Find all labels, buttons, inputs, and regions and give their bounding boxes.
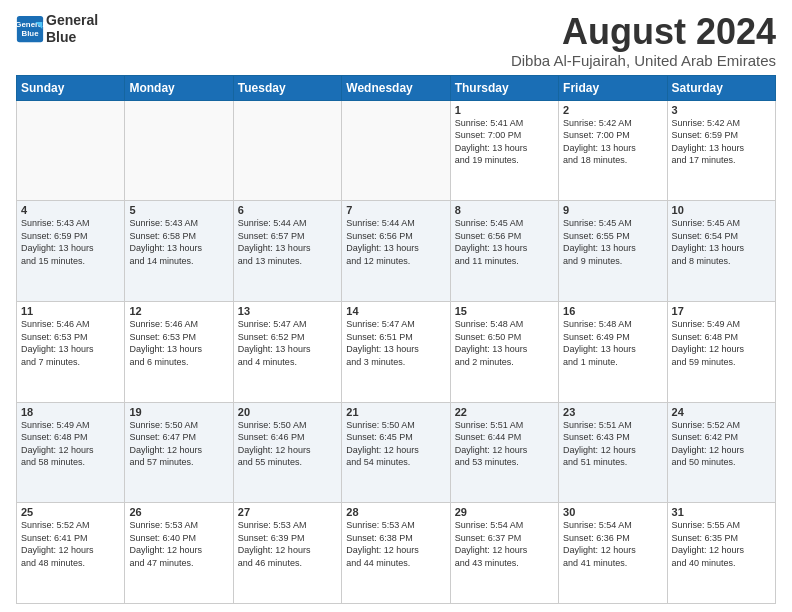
- day-number: 26: [129, 506, 228, 518]
- day-info: Sunrise: 5:42 AM Sunset: 6:59 PM Dayligh…: [672, 117, 771, 167]
- day-info: Sunrise: 5:49 AM Sunset: 6:48 PM Dayligh…: [21, 419, 120, 469]
- table-row: 18Sunrise: 5:49 AM Sunset: 6:48 PM Dayli…: [17, 402, 125, 503]
- table-row: 11Sunrise: 5:46 AM Sunset: 6:53 PM Dayli…: [17, 301, 125, 402]
- table-row: 25Sunrise: 5:52 AM Sunset: 6:41 PM Dayli…: [17, 503, 125, 604]
- logo-text: General Blue: [46, 12, 98, 46]
- day-number: 16: [563, 305, 662, 317]
- table-row: 23Sunrise: 5:51 AM Sunset: 6:43 PM Dayli…: [559, 402, 667, 503]
- table-row: [17, 100, 125, 201]
- calendar-table: Sunday Monday Tuesday Wednesday Thursday…: [16, 75, 776, 604]
- table-row: 2Sunrise: 5:42 AM Sunset: 7:00 PM Daylig…: [559, 100, 667, 201]
- calendar-week-row: 25Sunrise: 5:52 AM Sunset: 6:41 PM Dayli…: [17, 503, 776, 604]
- location-title: Dibba Al-Fujairah, United Arab Emirates: [511, 52, 776, 69]
- day-number: 1: [455, 104, 554, 116]
- day-number: 4: [21, 204, 120, 216]
- day-info: Sunrise: 5:45 AM Sunset: 6:56 PM Dayligh…: [455, 217, 554, 267]
- day-number: 23: [563, 406, 662, 418]
- day-info: Sunrise: 5:43 AM Sunset: 6:59 PM Dayligh…: [21, 217, 120, 267]
- day-number: 17: [672, 305, 771, 317]
- day-number: 24: [672, 406, 771, 418]
- logo-icon: General Blue: [16, 15, 44, 43]
- day-info: Sunrise: 5:48 AM Sunset: 6:50 PM Dayligh…: [455, 318, 554, 368]
- day-number: 20: [238, 406, 337, 418]
- table-row: 31Sunrise: 5:55 AM Sunset: 6:35 PM Dayli…: [667, 503, 775, 604]
- day-number: 9: [563, 204, 662, 216]
- day-number: 14: [346, 305, 445, 317]
- day-number: 6: [238, 204, 337, 216]
- table-row: 13Sunrise: 5:47 AM Sunset: 6:52 PM Dayli…: [233, 301, 341, 402]
- table-row: 24Sunrise: 5:52 AM Sunset: 6:42 PM Dayli…: [667, 402, 775, 503]
- page: General Blue General Blue August 2024 Di…: [0, 0, 792, 612]
- col-sunday: Sunday: [17, 75, 125, 100]
- day-info: Sunrise: 5:51 AM Sunset: 6:44 PM Dayligh…: [455, 419, 554, 469]
- day-info: Sunrise: 5:50 AM Sunset: 6:46 PM Dayligh…: [238, 419, 337, 469]
- table-row: 1Sunrise: 5:41 AM Sunset: 7:00 PM Daylig…: [450, 100, 558, 201]
- table-row: 3Sunrise: 5:42 AM Sunset: 6:59 PM Daylig…: [667, 100, 775, 201]
- calendar-week-row: 11Sunrise: 5:46 AM Sunset: 6:53 PM Dayli…: [17, 301, 776, 402]
- day-number: 12: [129, 305, 228, 317]
- table-row: 22Sunrise: 5:51 AM Sunset: 6:44 PM Dayli…: [450, 402, 558, 503]
- day-number: 31: [672, 506, 771, 518]
- day-number: 28: [346, 506, 445, 518]
- table-row: 12Sunrise: 5:46 AM Sunset: 6:53 PM Dayli…: [125, 301, 233, 402]
- col-thursday: Thursday: [450, 75, 558, 100]
- day-number: 27: [238, 506, 337, 518]
- calendar-week-row: 18Sunrise: 5:49 AM Sunset: 6:48 PM Dayli…: [17, 402, 776, 503]
- day-info: Sunrise: 5:52 AM Sunset: 6:41 PM Dayligh…: [21, 519, 120, 569]
- day-info: Sunrise: 5:43 AM Sunset: 6:58 PM Dayligh…: [129, 217, 228, 267]
- table-row: 15Sunrise: 5:48 AM Sunset: 6:50 PM Dayli…: [450, 301, 558, 402]
- day-info: Sunrise: 5:49 AM Sunset: 6:48 PM Dayligh…: [672, 318, 771, 368]
- table-row: 20Sunrise: 5:50 AM Sunset: 6:46 PM Dayli…: [233, 402, 341, 503]
- day-info: Sunrise: 5:46 AM Sunset: 6:53 PM Dayligh…: [21, 318, 120, 368]
- calendar-week-row: 4Sunrise: 5:43 AM Sunset: 6:59 PM Daylig…: [17, 201, 776, 302]
- day-number: 13: [238, 305, 337, 317]
- calendar-week-row: 1Sunrise: 5:41 AM Sunset: 7:00 PM Daylig…: [17, 100, 776, 201]
- header: General Blue General Blue August 2024 Di…: [16, 12, 776, 69]
- day-info: Sunrise: 5:45 AM Sunset: 6:55 PM Dayligh…: [563, 217, 662, 267]
- title-section: August 2024 Dibba Al-Fujairah, United Ar…: [511, 12, 776, 69]
- table-row: 27Sunrise: 5:53 AM Sunset: 6:39 PM Dayli…: [233, 503, 341, 604]
- day-info: Sunrise: 5:53 AM Sunset: 6:39 PM Dayligh…: [238, 519, 337, 569]
- table-row: 7Sunrise: 5:44 AM Sunset: 6:56 PM Daylig…: [342, 201, 450, 302]
- day-info: Sunrise: 5:51 AM Sunset: 6:43 PM Dayligh…: [563, 419, 662, 469]
- table-row: 8Sunrise: 5:45 AM Sunset: 6:56 PM Daylig…: [450, 201, 558, 302]
- day-number: 3: [672, 104, 771, 116]
- day-info: Sunrise: 5:50 AM Sunset: 6:45 PM Dayligh…: [346, 419, 445, 469]
- table-row: 21Sunrise: 5:50 AM Sunset: 6:45 PM Dayli…: [342, 402, 450, 503]
- day-info: Sunrise: 5:41 AM Sunset: 7:00 PM Dayligh…: [455, 117, 554, 167]
- table-row: 16Sunrise: 5:48 AM Sunset: 6:49 PM Dayli…: [559, 301, 667, 402]
- table-row: 30Sunrise: 5:54 AM Sunset: 6:36 PM Dayli…: [559, 503, 667, 604]
- day-info: Sunrise: 5:52 AM Sunset: 6:42 PM Dayligh…: [672, 419, 771, 469]
- day-info: Sunrise: 5:53 AM Sunset: 6:38 PM Dayligh…: [346, 519, 445, 569]
- day-number: 7: [346, 204, 445, 216]
- day-info: Sunrise: 5:50 AM Sunset: 6:47 PM Dayligh…: [129, 419, 228, 469]
- day-number: 30: [563, 506, 662, 518]
- day-info: Sunrise: 5:53 AM Sunset: 6:40 PM Dayligh…: [129, 519, 228, 569]
- month-title: August 2024: [511, 12, 776, 52]
- logo: General Blue General Blue: [16, 12, 98, 46]
- logo-line1: General: [46, 12, 98, 29]
- day-number: 11: [21, 305, 120, 317]
- calendar-header-row: Sunday Monday Tuesday Wednesday Thursday…: [17, 75, 776, 100]
- day-number: 25: [21, 506, 120, 518]
- day-number: 19: [129, 406, 228, 418]
- col-saturday: Saturday: [667, 75, 775, 100]
- logo-line2: Blue: [46, 29, 98, 46]
- table-row: 6Sunrise: 5:44 AM Sunset: 6:57 PM Daylig…: [233, 201, 341, 302]
- table-row: 26Sunrise: 5:53 AM Sunset: 6:40 PM Dayli…: [125, 503, 233, 604]
- table-row: 10Sunrise: 5:45 AM Sunset: 6:54 PM Dayli…: [667, 201, 775, 302]
- table-row: 29Sunrise: 5:54 AM Sunset: 6:37 PM Dayli…: [450, 503, 558, 604]
- day-number: 2: [563, 104, 662, 116]
- table-row: [342, 100, 450, 201]
- table-row: 5Sunrise: 5:43 AM Sunset: 6:58 PM Daylig…: [125, 201, 233, 302]
- table-row: 19Sunrise: 5:50 AM Sunset: 6:47 PM Dayli…: [125, 402, 233, 503]
- day-info: Sunrise: 5:46 AM Sunset: 6:53 PM Dayligh…: [129, 318, 228, 368]
- day-info: Sunrise: 5:55 AM Sunset: 6:35 PM Dayligh…: [672, 519, 771, 569]
- day-number: 10: [672, 204, 771, 216]
- table-row: 4Sunrise: 5:43 AM Sunset: 6:59 PM Daylig…: [17, 201, 125, 302]
- day-number: 15: [455, 305, 554, 317]
- col-wednesday: Wednesday: [342, 75, 450, 100]
- col-monday: Monday: [125, 75, 233, 100]
- table-row: 9Sunrise: 5:45 AM Sunset: 6:55 PM Daylig…: [559, 201, 667, 302]
- col-friday: Friday: [559, 75, 667, 100]
